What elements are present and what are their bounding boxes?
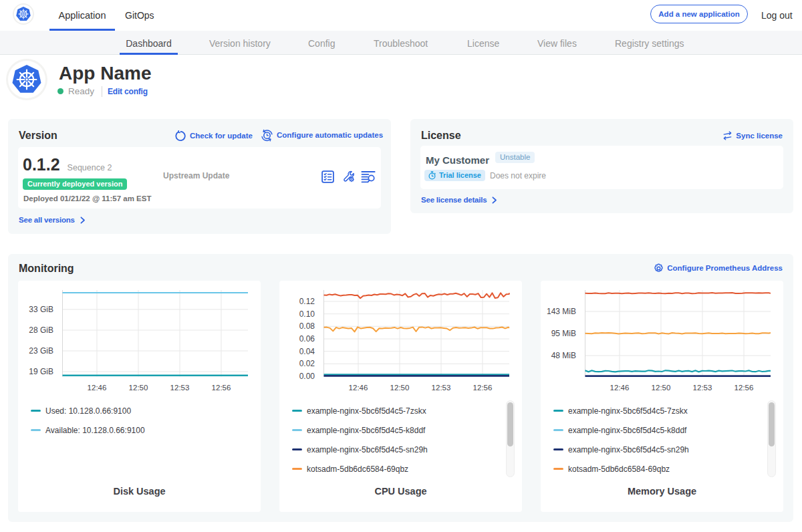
svg-text:48 MiB: 48 MiB [551, 351, 576, 360]
svg-text:12:46: 12:46 [349, 384, 368, 392]
svg-text:12:50: 12:50 [652, 384, 671, 392]
svg-text:12:53: 12:53 [693, 384, 712, 392]
svg-text:12:50: 12:50 [390, 384, 410, 392]
svg-text:12:56: 12:56 [734, 384, 754, 392]
svg-text:12:56: 12:56 [473, 384, 493, 392]
svg-text:23 GiB: 23 GiB [29, 346, 53, 356]
svg-text:0.10: 0.10 [299, 309, 315, 319]
svg-text:0.02: 0.02 [299, 359, 315, 368]
svg-text:12:46: 12:46 [610, 384, 630, 392]
svg-text:12:56: 12:56 [212, 384, 231, 392]
svg-text:0.06: 0.06 [299, 334, 315, 344]
svg-text:19 GiB: 19 GiB [29, 367, 53, 376]
svg-text:28 GiB: 28 GiB [29, 325, 53, 335]
svg-text:95 MiB: 95 MiB [551, 329, 576, 338]
svg-text:0.12: 0.12 [299, 297, 315, 306]
svg-text:12:46: 12:46 [88, 384, 107, 392]
svg-text:143 MiB: 143 MiB [547, 307, 576, 316]
svg-text:12:50: 12:50 [129, 384, 148, 392]
svg-text:33 GiB: 33 GiB [29, 305, 53, 314]
svg-text:0.00: 0.00 [299, 372, 315, 381]
svg-text:0.04: 0.04 [299, 347, 315, 356]
svg-text:12:53: 12:53 [432, 384, 451, 392]
svg-text:12:53: 12:53 [170, 384, 190, 392]
svg-text:0.08: 0.08 [299, 321, 315, 331]
